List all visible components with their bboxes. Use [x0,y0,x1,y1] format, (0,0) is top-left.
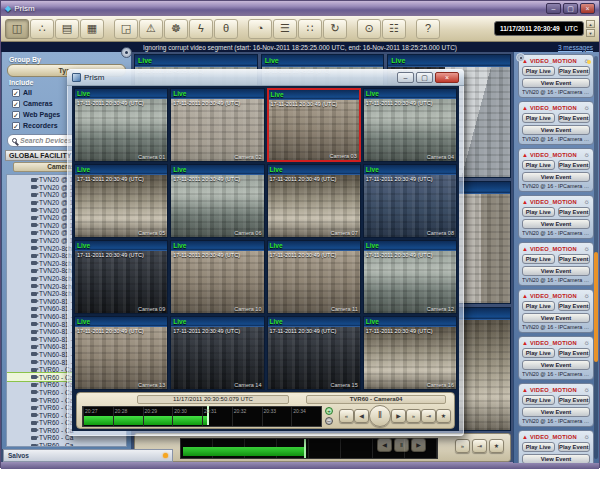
child-close-button[interactable]: × [435,72,459,83]
event-gear-icon[interactable]: ☼ [584,292,590,300]
play-event-button[interactable]: Play Event [558,66,591,76]
play-event-button[interactable]: Play Event [558,113,591,123]
components-button[interactable]: ∷ [298,19,322,39]
play-live-button[interactable]: Play Live [522,301,555,311]
camera-tile[interactable]: Live 17-11-2011 20:30:49 (UTC) Camera 15 [267,316,361,390]
camera-tile[interactable]: Live 17-11-2011 20:30:49 (UTC) Camera 14 [170,316,264,390]
view-event-button[interactable]: View Event [522,125,590,135]
camera-tile[interactable]: Live 17-11-2011 20:30:49 (UTC) Camera 03 [267,88,361,162]
filter-checkbox[interactable]: ✓ [12,100,20,108]
camera-tile[interactable]: Live 17-11-2011 20:30:49 (UTC) Camera 04 [363,88,457,162]
view-event-button[interactable]: View Event [522,360,590,370]
camera-tile[interactable]: Live 17-11-2011 20:30:49 (UTC) Camera 12 [363,240,457,314]
bg-play-button[interactable]: ▶ [411,438,426,452]
camera-tile[interactable]: Live 17-11-2011 20:30:49 (UTC) Camera 09 [74,240,168,314]
view-event-button[interactable]: View Event [522,313,590,323]
play-event-button[interactable]: Play Event [558,207,591,217]
play-live-button[interactable]: Play Live [522,395,555,405]
play-event-button[interactable]: Play Event [558,160,591,170]
sequence-button[interactable]: ▤ [55,19,79,39]
child-title-bar[interactable]: Prism – ▢ × [67,69,464,86]
time-button[interactable]: ◔ [248,19,272,39]
bg-jump-end-button[interactable]: ⇥ [472,439,487,453]
view-event-button[interactable]: View Event [522,266,590,276]
play-live-button[interactable]: Play Live [522,207,555,217]
camera-tile[interactable]: Live 17-11-2011 20:30:49 (UTC) Camera 01 [74,88,168,162]
play-event-button[interactable]: Play Event [558,442,591,452]
filter-checkbox[interactable]: ✓ [12,122,20,130]
layout-panes-button[interactable]: ◫ [5,19,29,39]
bookmark-button[interactable]: ★ [436,409,451,423]
event-gear-icon[interactable]: ☼ [584,386,590,394]
rules-button[interactable]: ☰ [273,19,297,39]
event-gear-icon[interactable]: ☼ [584,198,590,206]
device-tree-button[interactable]: ∴ [30,19,54,39]
event-gear-icon[interactable]: ☼ [584,433,590,441]
bg-play-reverse-button[interactable]: ◀ [377,438,392,452]
jump-start-button[interactable]: « [339,409,354,423]
messages-link[interactable]: 3 messages [558,44,593,51]
events-settings-gear-icon[interactable] [516,53,525,62]
child-maximize-button[interactable]: ▢ [416,72,433,83]
event-gear-icon[interactable]: ☼ [584,104,590,112]
view-event-button[interactable]: View Event [522,172,590,182]
camera-tile[interactable]: Live 17-11-2011 20:30:49 (UTC) Camera 02 [170,88,264,162]
camera-tile[interactable]: Live 17-11-2011 20:30:49 (UTC) Camera 11 [267,240,361,314]
spin-up-button[interactable]: ▲ [586,20,595,28]
play-live-button[interactable]: Play Live [522,66,555,76]
camera-tile[interactable]: Live 17-11-2011 20:30:49 (UTC) Camera 07 [267,164,361,238]
camera-tile[interactable]: Live 17-11-2011 20:30:49 (UTC) Camera 16 [363,316,457,390]
alarms-button[interactable]: ⚠ [139,19,163,39]
view-event-button[interactable]: View Event [522,78,590,88]
play-live-button[interactable]: Play Live [522,348,555,358]
video-search-button[interactable]: ◲ [114,19,138,39]
event-gear-icon[interactable]: ☼ [584,339,590,347]
view-event-button[interactable]: View Event [522,407,590,417]
close-button[interactable]: × [580,3,595,14]
play-live-button[interactable]: Play Live [522,160,555,170]
camera-tile[interactable]: Live 17-11-2011 20:30:49 (UTC) Camera 13 [74,316,168,390]
timeline-zoom-in-button[interactable]: + [325,407,333,415]
event-gear-icon[interactable]: ☼ [584,151,590,159]
play-button[interactable]: ▶ [391,409,406,423]
view-event-button[interactable]: View Event [522,219,590,229]
spin-down-button[interactable]: ▼ [586,29,595,37]
bg-bookmark-button[interactable]: ★ [489,439,504,453]
actions-button[interactable]: ϟ [189,19,213,39]
timeline-zoom-out-button[interactable]: − [325,417,333,425]
play-reverse-button[interactable]: ◀ [354,409,369,423]
play-event-button[interactable]: Play Event [558,395,591,405]
events-button[interactable]: ☸ [164,19,188,39]
fast-forward-button[interactable]: » [406,409,421,423]
play-live-button[interactable]: Play Live [522,113,555,123]
playback-timeline[interactable]: 20:27 20:28 20:29 20:30 [82,406,322,427]
sidebar-collapse-toggle[interactable] [121,47,132,58]
bg-fast-forward-button[interactable]: » [455,439,470,453]
event-gear-icon[interactable]: ☼ [584,245,590,253]
network-button[interactable]: ☷ [382,19,406,39]
camera-tile[interactable]: Live 17-11-2011 20:30:49 (UTC) Camera 06 [170,164,264,238]
sync-button[interactable]: ↻ [323,19,347,39]
view-event-button[interactable]: View Event [522,454,590,463]
camera-tile[interactable]: Live 17-11-2011 20:30:49 (UTC) Camera 08 [363,164,457,238]
salvos-bar[interactable]: Salvos [3,449,173,462]
filter-checkbox[interactable]: ✓ [12,89,20,97]
camera-tile[interactable]: Live 17-11-2011 20:30:49 (UTC) Camera 10 [170,240,264,314]
maximize-button[interactable]: ▢ [563,3,578,14]
tree-item[interactable]: TVR60 - Ca [7,442,126,447]
events-scrollbar-thumb[interactable] [594,252,598,362]
lock-button[interactable]: θ [214,19,238,39]
filter-checkbox[interactable]: ✓ [12,111,20,119]
pause-button[interactable]: Ⅱ [369,405,391,427]
child-minimize-button[interactable]: – [397,72,414,83]
camera-tile[interactable]: Live 17-11-2011 20:30:49 (UTC) Camera 05 [74,164,168,238]
schedule-button[interactable]: ⊙ [357,19,381,39]
grid-layout-button[interactable]: ▦ [80,19,104,39]
jump-end-button[interactable]: ⇥ [421,409,436,423]
play-event-button[interactable]: Play Event [558,348,591,358]
play-live-button[interactable]: Play Live [522,442,555,452]
help-button[interactable]: ? [416,19,440,39]
minimize-button[interactable]: – [546,3,561,14]
bg-pause-button[interactable]: Ⅱ [394,438,409,452]
background-timeline-cursor[interactable] [304,439,306,458]
